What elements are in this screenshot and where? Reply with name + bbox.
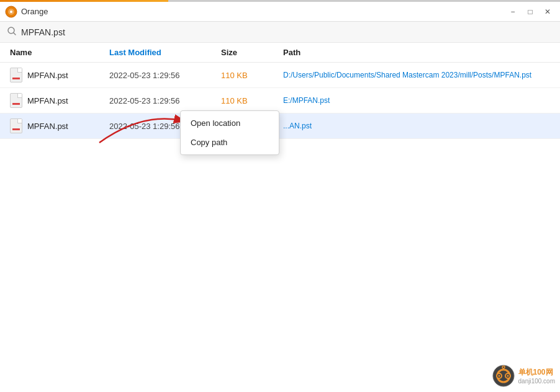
file-path-2: E:/MPFAN.pst bbox=[283, 96, 550, 105]
search-icon bbox=[7, 27, 16, 37]
file-cell-1: MPFAN.pst bbox=[10, 68, 109, 82]
file-icon bbox=[10, 118, 22, 133]
file-size-1: 110 KB bbox=[221, 71, 283, 80]
file-cell-2: MPFAN.pst bbox=[10, 93, 109, 108]
file-path-1: D:/Users/Public/Documents/Shared Masterc… bbox=[283, 71, 550, 79]
context-menu-open-location[interactable]: Open location bbox=[181, 114, 279, 133]
svg-line-4 bbox=[14, 33, 16, 35]
watermark-line2: danji100.com bbox=[518, 378, 555, 385]
searchbar bbox=[0, 22, 560, 43]
minimize-button[interactable]: − bbox=[505, 4, 520, 19]
watermark-line1: 单机100网 bbox=[518, 367, 553, 378]
maximize-button[interactable]: □ bbox=[523, 4, 538, 19]
file-date-1: 2022-05-23 1:29:56 bbox=[109, 71, 221, 80]
watermark-text: 单机100网 danji100.com bbox=[518, 367, 555, 385]
app-title: Orange bbox=[21, 7, 48, 16]
search-input[interactable] bbox=[21, 27, 553, 37]
table-row[interactable]: MPFAN.pst 2022-05-23 1:29:56 110 KB E:/M… bbox=[0, 88, 560, 114]
app-logo-icon bbox=[5, 6, 17, 18]
titlebar: Orange − □ ✕ bbox=[0, 2, 560, 22]
table-header: Name Last Modified Size Path bbox=[0, 43, 560, 63]
file-name-2: MPFAN.pst bbox=[27, 96, 68, 105]
svg-point-11 bbox=[507, 375, 508, 377]
file-name-1: MPFAN.pst bbox=[27, 71, 68, 80]
col-header-modified: Last Modified bbox=[109, 48, 221, 57]
file-cell-3: MPFAN.pst bbox=[10, 118, 109, 133]
file-stripe bbox=[12, 78, 20, 79]
file-name-3: MPFAN.pst bbox=[27, 122, 68, 131]
file-icon bbox=[10, 93, 22, 108]
col-header-name: Name bbox=[10, 48, 109, 57]
file-stripe bbox=[12, 128, 20, 130]
col-header-path: Path bbox=[283, 48, 550, 57]
svg-point-2 bbox=[10, 11, 12, 13]
close-button[interactable]: ✕ bbox=[540, 4, 555, 19]
table-row[interactable]: MPFAN.pst 2022-05-23 1:29:56 110 KB D:/U… bbox=[0, 63, 560, 88]
svg-point-10 bbox=[498, 375, 500, 377]
file-path-3: ...AN.pst bbox=[283, 122, 550, 130]
watermark-logo-icon: + bbox=[492, 365, 515, 387]
context-menu-copy-path[interactable]: Copy path bbox=[181, 133, 279, 152]
context-menu: Open location Copy path bbox=[180, 110, 279, 155]
file-table: Name Last Modified Size Path MPFAN.pst 2… bbox=[0, 43, 560, 139]
file-stripe bbox=[12, 103, 20, 105]
titlebar-controls: − □ ✕ bbox=[505, 4, 555, 19]
titlebar-left: Orange bbox=[5, 6, 48, 18]
file-date-2: 2022-05-23 1:29:56 bbox=[109, 96, 221, 105]
table-row[interactable]: MPFAN.pst 2022-05-23 1:29:56 110 KB ...A… bbox=[0, 114, 560, 139]
watermark: + 单机100网 danji100.com bbox=[492, 365, 555, 387]
file-icon bbox=[10, 68, 22, 82]
col-header-size: Size bbox=[221, 48, 283, 57]
file-size-2: 110 KB bbox=[221, 96, 283, 105]
